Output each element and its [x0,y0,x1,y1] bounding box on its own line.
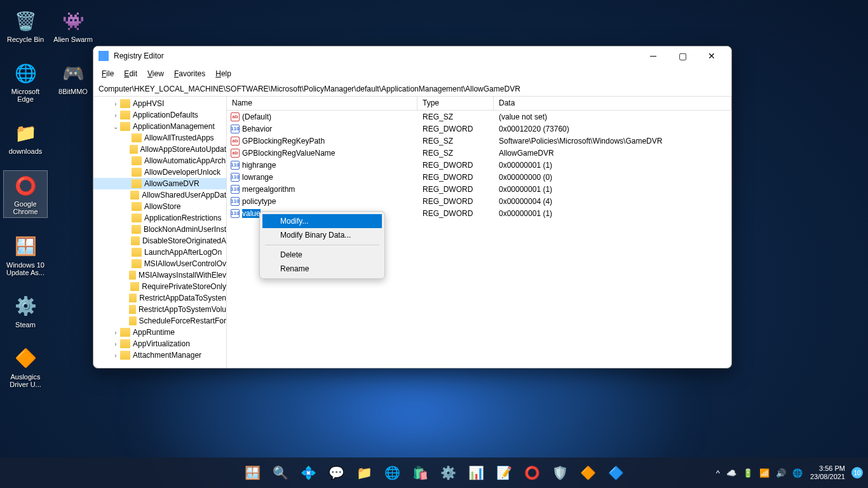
tray-icon[interactable]: 🔊 [776,468,786,478]
taskbar-app-icon[interactable]: 🌐 [379,460,405,485]
desktop-icon[interactable]: ⭕Google Chrome [3,170,48,217]
tree-node[interactable]: AllowSharedUserAppDat [93,189,226,201]
tree-node[interactable]: ScheduleForceRestartFor [93,315,226,327]
chevron-icon[interactable]: › [111,352,120,359]
tree-node[interactable]: RequirePrivateStoreOnly [93,281,226,292]
taskbar-app-icon[interactable]: 🔍 [268,460,293,485]
taskbar-app-icon[interactable]: 📁 [351,460,377,485]
menu-help[interactable]: Help [210,67,236,80]
notification-badge[interactable]: 10 [851,467,863,478]
tree-node[interactable]: AllowStore [93,201,226,212]
taskbar-app-icon[interactable]: ⭕ [519,460,545,485]
taskbar-app-icon[interactable]: 📊 [463,460,489,485]
tray-icon[interactable]: 📶 [759,468,770,478]
maximize-button[interactable]: ▢ [668,46,697,65]
tree-node[interactable]: ApplicationRestrictions [93,212,226,224]
tray-icon[interactable]: 🔋 [743,468,753,478]
registry-value-row[interactable]: ab(Default)REG_SZ(value not set) [227,111,731,123]
tree-node[interactable]: AllowDeveloperUnlock [93,166,226,178]
menu-edit[interactable]: Edit [119,67,142,80]
tree-node[interactable]: DisableStoreOriginatedA [93,235,226,247]
menu-favorites[interactable]: Favorites [169,67,210,80]
tree-node[interactable]: RestrictAppToSystemVolu [93,304,226,315]
desktop-icon[interactable]: 🗑️Recycle Bin [3,6,48,44]
registry-value-row[interactable]: 110highrangeREG_DWORD0x00000001 (1) [227,159,731,171]
taskbar-app-icon[interactable]: 📝 [491,460,517,485]
menu-view[interactable]: View [142,67,169,80]
taskbar-app-icon[interactable]: 💬 [323,460,349,485]
taskbar-app-icon[interactable]: 🔷 [603,460,628,485]
chevron-icon[interactable]: › [111,341,120,348]
tray-icon[interactable]: ^ [716,468,720,478]
chevron-icon[interactable]: › [111,100,120,107]
address-bar[interactable]: Computer\HKEY_LOCAL_MACHINE\SOFTWARE\Mic… [93,81,731,97]
icon-label: Alien Swarm [53,36,93,43]
tree-label: AllowAppStoreAutoUpdat [140,145,226,154]
value-data: 0x00000004 (4) [494,197,731,206]
tree-node[interactable]: ›AttachmentManager [93,349,226,361]
tree-node[interactable]: AllowAppStoreAutoUpdat [93,144,226,155]
tree-node[interactable]: ›AppVirtualization [93,338,226,349]
context-menu-item[interactable]: Rename [262,262,382,276]
taskbar-app-icon[interactable]: ⚙️ [435,460,461,485]
app-icon: 👾 [60,8,86,34]
tree-label: AttachmentManager [133,351,201,360]
desktop-icon[interactable]: 🔶Auslogics Driver U... [3,344,48,390]
menu-file[interactable]: File [97,67,119,80]
tree-node[interactable]: AllowGameDVR [93,178,226,189]
registry-value-row[interactable]: 110mergealgorithmREG_DWORD0x00000001 (1) [227,183,731,195]
icon-label: Google Chrome [5,200,46,215]
folder-icon [120,339,130,348]
value-data: 0x00000001 (1) [494,161,731,170]
taskbar-app-icon[interactable]: 💠 [295,460,321,485]
tree-node[interactable]: BlockNonAdminUserInst [93,224,226,235]
tree-node[interactable]: ⌄ApplicationManagement [93,121,226,132]
minimize-button[interactable]: ─ [639,46,668,65]
tray-icon[interactable]: 🌐 [792,468,803,478]
tray-icon[interactable]: ☁️ [726,468,736,478]
chevron-icon[interactable]: › [111,112,120,119]
context-menu-item[interactable]: Modify... [262,214,382,228]
taskbar-app-icon[interactable]: 🛡️ [547,460,573,485]
clock[interactable]: 3:56 PM 23/08/2021 [810,464,845,481]
close-button[interactable]: ✕ [697,46,726,65]
desktop-icon[interactable]: 🪟Windows 10 Update As... [3,232,48,278]
context-menu-item[interactable]: Modify Binary Data... [262,228,382,242]
tree-node[interactable]: MSIAlwaysInstallWithElev [93,269,226,281]
tree-node[interactable]: ›AppHVSI [93,98,226,109]
column-type[interactable]: Type [417,97,494,110]
chevron-icon[interactable]: › [111,329,120,336]
icon-label: Recycle Bin [7,36,44,43]
value-name: value [242,209,261,218]
tree-node[interactable]: AllowAutomaticAppArch [93,155,226,166]
tree-node[interactable]: ›ApplicationDefaults [93,109,226,121]
tree-node[interactable]: ›AppRuntime [93,327,226,338]
registry-value-row[interactable]: abGPBlockingRegValueNameREG_SZAllowGameD… [227,147,731,159]
folder-icon [132,156,142,165]
registry-value-row[interactable]: 110BehaviorREG_DWORD0x00012020 (73760) [227,123,731,135]
reg-dw-icon: 110 [231,173,240,182]
taskbar-app-icon[interactable]: 🔶 [575,460,600,485]
tree-node[interactable]: RestrictAppDataToSysten [93,292,226,304]
tree-panel[interactable]: ›AppHVSI›ApplicationDefaults⌄Application… [93,97,227,368]
registry-value-row[interactable]: 110lowrangeREG_DWORD0x00000000 (0) [227,171,731,183]
taskbar-app-icon[interactable]: 🪟 [240,460,265,485]
registry-value-row[interactable]: abGPBlockingRegKeyPathREG_SZSoftware\Pol… [227,135,731,147]
tree-node[interactable]: LaunchAppAfterLogOn [93,247,226,258]
context-menu-item[interactable]: Delete [262,248,382,262]
desktop-icon[interactable]: ⚙️Steam [3,292,48,330]
tree-node[interactable]: MSIAllowUserControlOv [93,258,226,269]
desktop-icon[interactable]: 🎮8BitMMO [51,58,95,97]
desktop-icon[interactable]: 📁downloads [3,118,48,156]
reg-sz-icon: ab [231,137,240,146]
registry-value-row[interactable]: 110policytypeREG_DWORD0x00000004 (4) [227,195,731,207]
tree-node[interactable]: AllowAllTrustedApps [93,132,226,144]
chevron-icon[interactable]: ⌄ [111,123,120,130]
taskbar-app-icon[interactable]: 🛍️ [407,460,433,485]
column-data[interactable]: Data [494,97,731,110]
folder-icon [132,214,142,222]
desktop-icon[interactable]: 👾Alien Swarm [51,6,95,44]
titlebar[interactable]: Registry Editor ─ ▢ ✕ [93,46,731,65]
desktop-icon[interactable]: 🌐Microsoft Edge [3,58,48,104]
column-name[interactable]: Name [227,97,417,110]
